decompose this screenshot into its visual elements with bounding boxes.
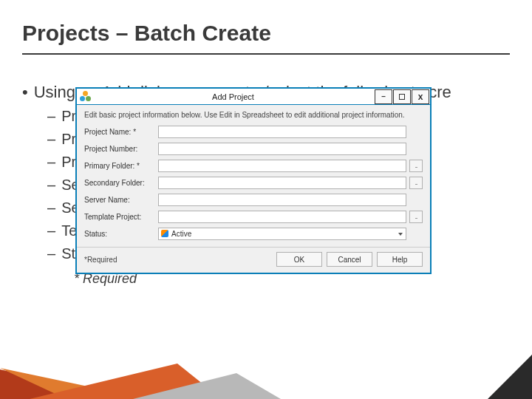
row-project-name: Project Name: *	[84, 125, 423, 138]
row-server-name: Server Name:	[84, 193, 423, 206]
close-button[interactable]: x	[412, 89, 429, 104]
add-project-dialog: Add Project – x Edit basic project infor…	[75, 87, 432, 274]
label-status: Status:	[84, 230, 158, 238]
svg-marker-5	[488, 355, 532, 399]
maximize-icon	[399, 94, 405, 100]
label-primary-folder: Primary Folder: *	[84, 162, 158, 170]
label-project-number: Project Number:	[84, 145, 158, 153]
maximize-button[interactable]	[393, 89, 411, 104]
dialog-instruction: Edit basic project information below. Us…	[84, 111, 423, 119]
row-secondary-folder: Secondary Folder: ...	[84, 176, 423, 189]
browse-primary-button[interactable]: ...	[409, 160, 423, 172]
project-number-input[interactable]	[158, 143, 406, 155]
footer-decoration	[0, 355, 532, 399]
row-project-number: Project Number:	[84, 142, 423, 155]
minimize-button[interactable]: –	[375, 89, 392, 104]
status-icon	[161, 230, 168, 237]
ok-button[interactable]: OK	[276, 252, 322, 267]
title-rule	[22, 53, 510, 55]
primary-folder-input[interactable]	[158, 160, 406, 172]
template-project-input[interactable]	[158, 211, 406, 223]
label-secondary-folder: Secondary Folder:	[84, 179, 158, 187]
row-primary-folder: Primary Folder: * ...	[84, 159, 423, 172]
page-title: Projects – Batch Create	[22, 21, 271, 46]
dialog-body: Edit basic project information below. Us…	[77, 105, 430, 247]
help-button[interactable]: Help	[377, 252, 423, 267]
window-buttons: – x	[375, 89, 430, 104]
project-name-input[interactable]	[158, 126, 406, 138]
browse-template-button[interactable]: ...	[409, 211, 423, 223]
browse-secondary-button[interactable]: ...	[409, 177, 423, 189]
server-name-input[interactable]	[158, 194, 406, 206]
label-template-project: Template Project:	[84, 213, 158, 221]
label-server-name: Server Name:	[84, 196, 158, 204]
row-template-project: Template Project: ...	[84, 210, 423, 223]
app-icon	[80, 91, 92, 103]
bullet-dot: •	[22, 81, 28, 103]
cancel-button[interactable]: Cancel	[327, 252, 372, 267]
dialog-footer: *Required OK Cancel Help	[77, 247, 430, 273]
secondary-folder-input[interactable]	[158, 177, 406, 189]
slide: Projects – Batch Create • Using an Add d…	[0, 0, 532, 399]
dialog-title: Add Project	[92, 92, 375, 101]
dialog-titlebar[interactable]: Add Project – x	[77, 89, 430, 105]
row-status: Status: Active	[84, 227, 423, 240]
label-project-name: Project Name: *	[84, 128, 158, 136]
required-label: *Required	[84, 256, 117, 264]
status-dropdown[interactable]: Active	[158, 228, 406, 240]
status-value: Active	[171, 230, 191, 238]
